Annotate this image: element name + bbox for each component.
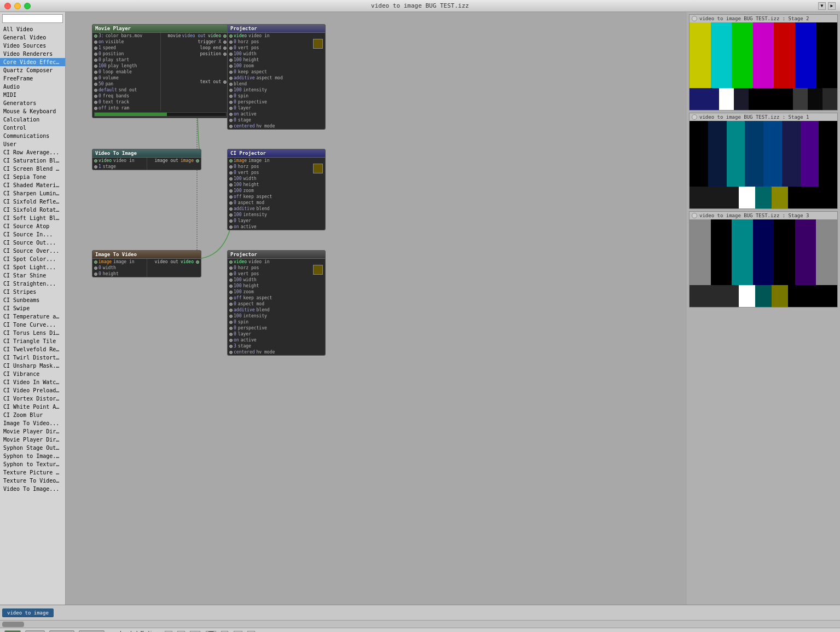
sidebar-item-ci-torus[interactable]: CI Torus Lens Distor...	[0, 329, 65, 337]
param-value: 0	[234, 200, 236, 205]
sidebar-item-movie-player-direct-1[interactable]: Movie Player Direct...	[0, 427, 65, 436]
sidebar-item-syphon-to-image[interactable]: Syphon to Image...	[0, 452, 65, 460]
node-projector-1[interactable]: Projector video video in 0 horz pos	[227, 24, 326, 130]
sidebar-item-core-video-effects[interactable]: Core Video Effects	[0, 58, 65, 66]
sidebar-item-mouse-keyboard[interactable]: Mouse & Keyboard	[0, 107, 65, 115]
sidebar-item-ci-source-out[interactable]: CI Source Out...	[0, 239, 65, 247]
sidebar-item-ci-video-in-watcher[interactable]: CI Video In Watcher	[0, 378, 65, 386]
sidebar-item-video-to-image[interactable]: Video To Image...	[0, 485, 65, 493]
canvas-area[interactable]: Movie Player 3: color bars.mov on visibl…	[66, 12, 687, 605]
sidebar-item-ci-video-preload[interactable]: CI Video Preload...	[0, 386, 65, 395]
node-movie-player[interactable]: Movie Player 3: color bars.mov on visibl…	[92, 24, 229, 118]
sidebar-item-ci-source-atop[interactable]: CI Source Atop	[0, 222, 65, 230]
sidebar-item-ci-sunbeams[interactable]: CI Sunbeams	[0, 296, 65, 304]
port-in	[94, 165, 97, 169]
horizontal-scrollbar[interactable]	[0, 620, 840, 628]
node-row: 100 zoom	[228, 188, 325, 194]
sidebar-item-video-sources[interactable]: Video Sources	[0, 42, 65, 50]
sidebar-item-texture-to-video[interactable]: Texture To Video...	[0, 477, 65, 485]
sidebar-item-ci-vortex[interactable]: CI Vortex Distortion	[0, 395, 65, 403]
status-serial[interactable]: SERIAL	[49, 630, 75, 633]
sidebar-item-ci-sepia-tone[interactable]: CI Sepia Tone	[0, 173, 65, 181]
sidebar-item-freeframe[interactable]: FreeFrame	[0, 74, 65, 83]
bar-s3-bot-black	[788, 285, 837, 307]
sidebar-item-ci-source-over[interactable]: CI Source Over...	[0, 247, 65, 255]
node-row: 100 height	[228, 283, 325, 289]
node-image-to-video[interactable]: Image To Video image image in 0 width	[92, 250, 201, 277]
sidebar-item-ci-zoom-blur[interactable]: CI Zoom Blur	[0, 411, 65, 419]
node-row: on visible	[92, 39, 160, 45]
node-projector-2[interactable]: Projector video video in 0 horz pos	[227, 250, 326, 356]
sidebar-item-ci-spot-color[interactable]: CI Spot Color...	[0, 255, 65, 263]
bar-bot-2	[734, 88, 749, 110]
tab-video-to-image[interactable]: video to image	[2, 608, 54, 617]
sidebar-item-audio[interactable]: Audio	[0, 83, 65, 91]
sidebar-item-general-video[interactable]: General Video	[0, 33, 65, 42]
status-midi[interactable]: MIDI	[25, 630, 45, 633]
preview-dot-stage1[interactable]	[692, 114, 697, 120]
sidebar-item-ci-stripes[interactable]: CI Stripes	[0, 288, 65, 296]
sidebar-item-ci-triangle-tile[interactable]: CI Triangle Tile	[0, 337, 65, 345]
sidebar-item-image-to-video[interactable]: Image To Video...	[0, 419, 65, 427]
sidebar-item-communications[interactable]: Communications	[0, 132, 65, 140]
node-row: 0 horz pos	[228, 39, 325, 45]
sidebar-item-ci-soft-light[interactable]: CI Soft Light Blend M...	[0, 214, 65, 222]
sidebar-item-ci-sixfold-rotated[interactable]: CI Sixfold Rotated T...	[0, 206, 65, 214]
sidebar-item-ci-source-in[interactable]: CI Source In...	[0, 230, 65, 239]
port-in	[229, 183, 233, 187]
node-projector-1-header: Projector	[228, 25, 325, 33]
preview-dot-stage3[interactable]	[692, 213, 697, 218]
node-video-to-image[interactable]: Video To Image video video in 1 stage	[92, 149, 201, 170]
sidebar-item-ci-temperature[interactable]: CI Temperature and...	[0, 312, 65, 321]
sidebar-item-generators[interactable]: Generators	[0, 99, 65, 107]
param-value: 0	[99, 76, 101, 80]
bar-s1-1	[690, 121, 708, 187]
sidebar-item-ci-row-average[interactable]: CI Row Average...	[0, 148, 65, 156]
sidebar-item-syphon-to-texture[interactable]: Syphon to Texture...	[0, 460, 65, 468]
sidebar-item-video-renderers[interactable]: Video Renderers	[0, 50, 65, 58]
sidebar-item-syphon-stage[interactable]: Syphon Stage Outpu...	[0, 444, 65, 452]
icon-btn-1[interactable]: ▼	[818, 2, 826, 10]
close-button[interactable]	[4, 3, 11, 9]
sidebar-item-quartz-composer[interactable]: Quartz Composer	[0, 66, 65, 74]
param-label: vert pos	[238, 45, 259, 50]
sidebar-item-ci-sixfold-reflected[interactable]: CI Sixfold Reflected	[0, 198, 65, 206]
sidebar-item-midi[interactable]: MIDI	[0, 91, 65, 99]
sidebar-item-ci-vibrance[interactable]: CI Vibrance	[0, 370, 65, 378]
sidebar-item-ci-unsharp[interactable]: CI Unsharp Mask...	[0, 362, 65, 370]
sidebar-item-ci-saturation-blend[interactable]: CI Saturation Blend	[0, 156, 65, 165]
icon-btn-2[interactable]: ▶	[828, 2, 836, 10]
status-tcpip[interactable]: TCP/IP	[79, 630, 105, 633]
sidebar-item-ci-straighten[interactable]: CI Straighten...	[0, 280, 65, 288]
scrollbar-thumb[interactable]	[2, 622, 24, 627]
sidebar-item-calculation[interactable]: Calculation	[0, 115, 65, 124]
sidebar-item-ci-screen-blend[interactable]: CI Screen Blend Mo...	[0, 165, 65, 173]
preview-image-stage3	[690, 219, 837, 307]
node-progress-bar	[94, 112, 227, 117]
sidebar-item-ci-sharpen[interactable]: CI Sharpen Lumina...	[0, 189, 65, 198]
titlebar: video to image BUG TEST.izz ▼ ▶	[0, 0, 840, 12]
sidebar-item-ci-swipe[interactable]: CI Swipe	[0, 304, 65, 312]
sidebar-item-ci-shaded-material[interactable]: CI Shaded Material...	[0, 181, 65, 189]
sidebar-item-control[interactable]: Control	[0, 124, 65, 132]
sidebar-item-all-video[interactable]: All Video	[0, 25, 65, 33]
sidebar-item-ci-white-point[interactable]: CI White Point Adju...	[0, 403, 65, 411]
maximize-button[interactable]	[24, 3, 31, 9]
preview-dot[interactable]	[692, 16, 697, 21]
sidebar-item-ci-spot-light[interactable]: CI Spot Light...	[0, 263, 65, 271]
out-row: position	[161, 51, 229, 57]
sidebar-item-ci-twirl[interactable]: CI Twirl Distortion...	[0, 353, 65, 362]
sidebar-item-user[interactable]: User	[0, 140, 65, 148]
minimize-button[interactable]	[14, 3, 21, 9]
search-input[interactable]	[2, 14, 63, 23]
node-ci-projector[interactable]: CI Projector image image in 0 horz pos	[227, 149, 326, 230]
param-value: additive	[234, 76, 255, 80]
bar-s1-bot-teal	[755, 187, 772, 208]
sidebar-item-texture-picture[interactable]: Texture Picture Play...	[0, 468, 65, 477]
sidebar-item-ci-twelvefold[interactable]: CI Twelvefold Reflec...	[0, 345, 65, 353]
status-osc[interactable]: OSC	[4, 630, 21, 633]
out-row: movie video out video	[161, 33, 229, 39]
sidebar-item-ci-tone-curve[interactable]: CI Tone Curve...	[0, 321, 65, 329]
sidebar-item-movie-player-direct-2[interactable]: Movie Player Direct...	[0, 436, 65, 444]
sidebar-item-ci-star-shine[interactable]: CI Star Shine	[0, 271, 65, 280]
